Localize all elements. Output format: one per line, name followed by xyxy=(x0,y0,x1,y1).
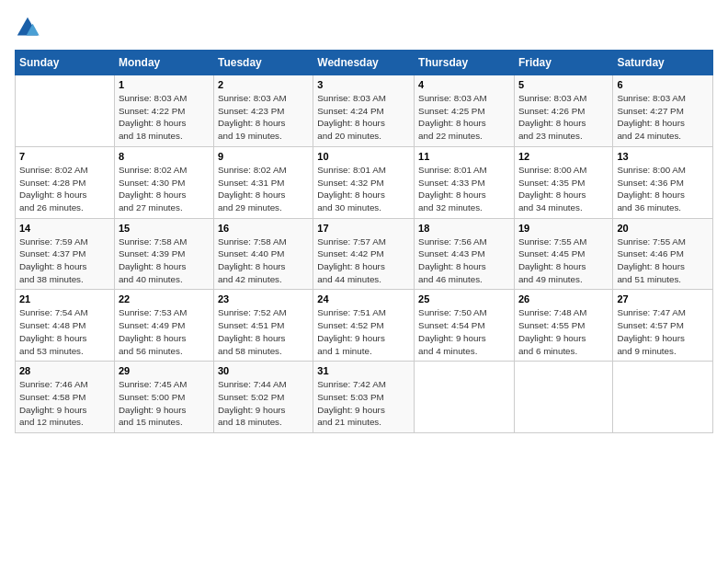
calendar-cell: 8Sunrise: 8:02 AM Sunset: 4:30 PM Daylig… xyxy=(114,146,213,218)
day-info: Sunrise: 7:45 AM Sunset: 5:00 PM Dayligh… xyxy=(119,378,210,429)
calendar-cell: 23Sunrise: 7:52 AM Sunset: 4:51 PM Dayli… xyxy=(213,290,313,362)
col-tuesday: Tuesday xyxy=(213,51,313,75)
calendar-week-4: 21Sunrise: 7:54 AM Sunset: 4:48 PM Dayli… xyxy=(16,290,713,362)
day-info: Sunrise: 8:02 AM Sunset: 4:28 PM Dayligh… xyxy=(19,164,110,214)
day-info: Sunrise: 7:42 AM Sunset: 5:03 PM Dayligh… xyxy=(317,378,410,429)
day-number: 25 xyxy=(418,293,510,304)
day-number: 28 xyxy=(19,365,110,376)
day-number: 18 xyxy=(418,223,510,234)
day-number: 13 xyxy=(617,151,709,162)
calendar-cell: 20Sunrise: 7:55 AM Sunset: 4:46 PM Dayli… xyxy=(613,218,713,290)
calendar-cell xyxy=(16,75,115,147)
day-info: Sunrise: 7:46 AM Sunset: 4:58 PM Dayligh… xyxy=(19,378,110,429)
day-info: Sunrise: 8:00 AM Sunset: 4:36 PM Dayligh… xyxy=(617,164,709,214)
day-info: Sunrise: 8:01 AM Sunset: 4:33 PM Dayligh… xyxy=(418,164,510,214)
calendar-cell: 5Sunrise: 8:03 AM Sunset: 4:26 PM Daylig… xyxy=(514,75,612,147)
day-info: Sunrise: 7:47 AM Sunset: 4:57 PM Dayligh… xyxy=(617,306,709,357)
col-saturday: Saturday xyxy=(613,51,713,75)
calendar-cell: 25Sunrise: 7:50 AM Sunset: 4:54 PM Dayli… xyxy=(415,290,515,362)
calendar-cell: 29Sunrise: 7:45 AM Sunset: 5:00 PM Dayli… xyxy=(114,362,213,433)
col-wednesday: Wednesday xyxy=(313,51,415,75)
calendar-cell: 18Sunrise: 7:56 AM Sunset: 4:43 PM Dayli… xyxy=(415,218,515,290)
day-number: 15 xyxy=(119,223,210,234)
day-info: Sunrise: 8:03 AM Sunset: 4:23 PM Dayligh… xyxy=(218,92,309,143)
calendar-cell: 28Sunrise: 7:46 AM Sunset: 4:58 PM Dayli… xyxy=(16,362,115,433)
calendar-cell: 12Sunrise: 8:00 AM Sunset: 4:35 PM Dayli… xyxy=(514,146,612,218)
day-number: 4 xyxy=(418,79,510,90)
calendar-cell: 19Sunrise: 7:55 AM Sunset: 4:45 PM Dayli… xyxy=(514,218,612,290)
calendar-cell: 11Sunrise: 8:01 AM Sunset: 4:33 PM Dayli… xyxy=(415,146,515,218)
day-number: 8 xyxy=(119,151,210,162)
day-number: 22 xyxy=(119,293,210,304)
day-info: Sunrise: 8:03 AM Sunset: 4:25 PM Dayligh… xyxy=(418,92,510,143)
calendar-week-3: 14Sunrise: 7:59 AM Sunset: 4:37 PM Dayli… xyxy=(16,218,713,290)
calendar-cell xyxy=(613,362,713,433)
day-number: 11 xyxy=(418,151,510,162)
day-number: 27 xyxy=(617,293,709,304)
day-info: Sunrise: 8:02 AM Sunset: 4:31 PM Dayligh… xyxy=(218,164,309,214)
calendar-cell: 4Sunrise: 8:03 AM Sunset: 4:25 PM Daylig… xyxy=(415,75,515,147)
day-info: Sunrise: 8:00 AM Sunset: 4:35 PM Dayligh… xyxy=(518,164,609,214)
calendar-cell: 30Sunrise: 7:44 AM Sunset: 5:02 PM Dayli… xyxy=(213,362,313,433)
calendar-cell: 26Sunrise: 7:48 AM Sunset: 4:55 PM Dayli… xyxy=(514,290,612,362)
calendar-cell: 22Sunrise: 7:53 AM Sunset: 4:49 PM Dayli… xyxy=(114,290,213,362)
day-number: 5 xyxy=(518,79,609,90)
col-monday: Monday xyxy=(114,51,213,75)
day-number: 17 xyxy=(317,223,410,234)
calendar-cell: 17Sunrise: 7:57 AM Sunset: 4:42 PM Dayli… xyxy=(313,218,415,290)
logo xyxy=(15,15,44,40)
day-info: Sunrise: 7:44 AM Sunset: 5:02 PM Dayligh… xyxy=(218,378,309,429)
calendar-cell: 15Sunrise: 7:58 AM Sunset: 4:39 PM Dayli… xyxy=(114,218,213,290)
calendar-cell: 14Sunrise: 7:59 AM Sunset: 4:37 PM Dayli… xyxy=(16,218,115,290)
day-info: Sunrise: 8:01 AM Sunset: 4:32 PM Dayligh… xyxy=(317,164,410,214)
logo-icon xyxy=(15,15,40,40)
calendar-cell: 6Sunrise: 8:03 AM Sunset: 4:27 PM Daylig… xyxy=(613,75,713,147)
day-info: Sunrise: 7:58 AM Sunset: 4:39 PM Dayligh… xyxy=(119,236,210,286)
day-info: Sunrise: 7:48 AM Sunset: 4:55 PM Dayligh… xyxy=(518,306,609,357)
day-info: Sunrise: 8:03 AM Sunset: 4:24 PM Dayligh… xyxy=(317,92,410,143)
col-thursday: Thursday xyxy=(415,51,515,75)
day-number: 9 xyxy=(218,151,309,162)
day-number: 30 xyxy=(218,365,309,376)
day-number: 23 xyxy=(218,293,309,304)
day-info: Sunrise: 7:59 AM Sunset: 4:37 PM Dayligh… xyxy=(19,236,110,286)
day-number: 24 xyxy=(317,293,410,304)
page-container: Sunday Monday Tuesday Wednesday Thursday… xyxy=(0,0,728,441)
day-number: 19 xyxy=(518,223,609,234)
calendar-cell: 21Sunrise: 7:54 AM Sunset: 4:48 PM Dayli… xyxy=(16,290,115,362)
day-info: Sunrise: 7:57 AM Sunset: 4:42 PM Dayligh… xyxy=(317,236,410,286)
calendar-cell: 13Sunrise: 8:00 AM Sunset: 4:36 PM Dayli… xyxy=(613,146,713,218)
calendar-body: 1Sunrise: 8:03 AM Sunset: 4:22 PM Daylig… xyxy=(16,75,713,433)
day-info: Sunrise: 7:50 AM Sunset: 4:54 PM Dayligh… xyxy=(418,306,510,357)
calendar-week-2: 7Sunrise: 8:02 AM Sunset: 4:28 PM Daylig… xyxy=(16,146,713,218)
day-number: 1 xyxy=(119,79,210,90)
day-info: Sunrise: 7:54 AM Sunset: 4:48 PM Dayligh… xyxy=(19,306,110,357)
calendar-cell: 9Sunrise: 8:02 AM Sunset: 4:31 PM Daylig… xyxy=(213,146,313,218)
day-info: Sunrise: 7:52 AM Sunset: 4:51 PM Dayligh… xyxy=(218,306,309,357)
day-number: 16 xyxy=(218,223,309,234)
day-number: 3 xyxy=(317,79,410,90)
calendar-cell: 16Sunrise: 7:58 AM Sunset: 4:40 PM Dayli… xyxy=(213,218,313,290)
header xyxy=(15,15,713,40)
calendar-cell: 31Sunrise: 7:42 AM Sunset: 5:03 PM Dayli… xyxy=(313,362,415,433)
day-number: 6 xyxy=(617,79,709,90)
calendar-cell: 1Sunrise: 8:03 AM Sunset: 4:22 PM Daylig… xyxy=(114,75,213,147)
header-row: Sunday Monday Tuesday Wednesday Thursday… xyxy=(16,51,713,75)
day-number: 10 xyxy=(317,151,410,162)
day-info: Sunrise: 7:55 AM Sunset: 4:46 PM Dayligh… xyxy=(617,236,709,286)
day-number: 21 xyxy=(19,293,110,304)
day-info: Sunrise: 7:55 AM Sunset: 4:45 PM Dayligh… xyxy=(518,236,609,286)
day-info: Sunrise: 7:58 AM Sunset: 4:40 PM Dayligh… xyxy=(218,236,309,286)
day-info: Sunrise: 7:56 AM Sunset: 4:43 PM Dayligh… xyxy=(418,236,510,286)
calendar-cell xyxy=(415,362,515,433)
day-number: 12 xyxy=(518,151,609,162)
day-number: 7 xyxy=(19,151,110,162)
calendar-table: Sunday Monday Tuesday Wednesday Thursday… xyxy=(15,50,713,433)
calendar-cell: 24Sunrise: 7:51 AM Sunset: 4:52 PM Dayli… xyxy=(313,290,415,362)
calendar-cell: 2Sunrise: 8:03 AM Sunset: 4:23 PM Daylig… xyxy=(213,75,313,147)
day-number: 2 xyxy=(218,79,309,90)
day-info: Sunrise: 7:53 AM Sunset: 4:49 PM Dayligh… xyxy=(119,306,210,357)
calendar-header: Sunday Monday Tuesday Wednesday Thursday… xyxy=(16,51,713,75)
day-number: 29 xyxy=(119,365,210,376)
day-info: Sunrise: 8:03 AM Sunset: 4:27 PM Dayligh… xyxy=(617,92,709,143)
